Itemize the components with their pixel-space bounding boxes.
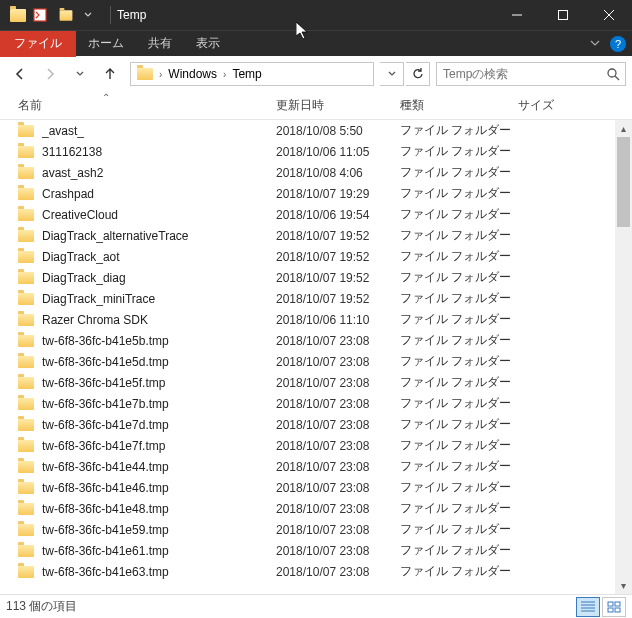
file-name: CreativeCloud (42, 208, 276, 222)
table-row[interactable]: tw-6f8-36fc-b41e7b.tmp 2018/10/07 23:08 … (0, 393, 632, 414)
recent-dropdown-icon[interactable] (66, 60, 94, 88)
file-name: tw-6f8-36fc-b41e63.tmp (42, 565, 276, 579)
back-button[interactable] (6, 60, 34, 88)
table-row[interactable]: tw-6f8-36fc-b41e48.tmp 2018/10/07 23:08 … (0, 498, 632, 519)
folder-icon (18, 146, 34, 158)
table-row[interactable]: tw-6f8-36fc-b41e7f.tmp 2018/10/07 23:08 … (0, 435, 632, 456)
breadcrumb[interactable]: Windows (162, 67, 223, 81)
table-row[interactable]: tw-6f8-36fc-b41e5d.tmp 2018/10/07 23:08 … (0, 351, 632, 372)
file-type: ファイル フォルダー (400, 122, 518, 139)
up-button[interactable] (96, 60, 124, 88)
file-type: ファイル フォルダー (400, 416, 518, 433)
file-name: Crashpad (42, 187, 276, 201)
scrollbar[interactable]: ▴ ▾ (615, 120, 632, 594)
expand-ribbon-icon[interactable] (584, 37, 606, 51)
file-name: tw-6f8-36fc-b41e59.tmp (42, 523, 276, 537)
view-large-icons-button[interactable] (602, 597, 626, 617)
file-name: tw-6f8-36fc-b41e7b.tmp (42, 397, 276, 411)
svg-rect-12 (615, 602, 620, 606)
file-type: ファイル フォルダー (400, 437, 518, 454)
table-row[interactable]: DiagTrack_alternativeTrace 2018/10/07 19… (0, 225, 632, 246)
scroll-thumb[interactable] (617, 137, 630, 227)
status-item-count: 113 個の項目 (6, 598, 77, 615)
file-type: ファイル フォルダー (400, 542, 518, 559)
tab-view[interactable]: 表示 (184, 31, 232, 57)
folder-icon (18, 272, 34, 284)
table-row[interactable]: tw-6f8-36fc-b41e63.tmp 2018/10/07 23:08 … (0, 561, 632, 582)
folder-icon (18, 293, 34, 305)
search-input[interactable] (437, 63, 601, 85)
minimize-button[interactable] (494, 0, 540, 30)
folder-icon (18, 566, 34, 578)
table-row[interactable]: tw-6f8-36fc-b41e59.tmp 2018/10/07 23:08 … (0, 519, 632, 540)
address-dropdown-icon[interactable] (380, 62, 404, 86)
breadcrumb[interactable]: Temp (226, 67, 267, 81)
scroll-down-button[interactable]: ▾ (615, 577, 632, 594)
file-name: DiagTrack_miniTrace (42, 292, 276, 306)
scroll-up-button[interactable]: ▴ (615, 120, 632, 137)
file-name: tw-6f8-36fc-b41e44.tmp (42, 460, 276, 474)
file-type: ファイル フォルダー (400, 500, 518, 517)
table-row[interactable]: tw-6f8-36fc-b41e46.tmp 2018/10/07 23:08 … (0, 477, 632, 498)
tab-file[interactable]: ファイル (0, 31, 76, 57)
file-type: ファイル フォルダー (400, 206, 518, 223)
table-row[interactable]: tw-6f8-36fc-b41e7d.tmp 2018/10/07 23:08 … (0, 414, 632, 435)
column-header-name[interactable]: 名前⌃ (18, 97, 276, 114)
file-date: 2018/10/07 23:08 (276, 523, 400, 537)
file-name: tw-6f8-36fc-b41e7f.tmp (42, 439, 276, 453)
table-row[interactable]: Razer Chroma SDK 2018/10/06 11:10 ファイル フ… (0, 309, 632, 330)
svg-rect-11 (608, 602, 613, 606)
file-date: 2018/10/07 23:08 (276, 502, 400, 516)
file-type: ファイル フォルダー (400, 290, 518, 307)
file-date: 2018/10/07 23:08 (276, 565, 400, 579)
table-row[interactable]: tw-6f8-36fc-b41e5b.tmp 2018/10/07 23:08 … (0, 330, 632, 351)
folder-icon (18, 377, 34, 389)
table-row[interactable]: tw-6f8-36fc-b41e61.tmp 2018/10/07 23:08 … (0, 540, 632, 561)
svg-line-6 (615, 76, 619, 80)
file-date: 2018/10/07 23:08 (276, 334, 400, 348)
search-box[interactable] (436, 62, 626, 86)
close-button[interactable] (586, 0, 632, 30)
qat-properties-icon[interactable] (29, 4, 51, 26)
table-row[interactable]: DiagTrack_miniTrace 2018/10/07 19:52 ファイ… (0, 288, 632, 309)
table-row[interactable]: avast_ash2 2018/10/08 4:06 ファイル フォルダー (0, 162, 632, 183)
table-row[interactable]: DiagTrack_aot 2018/10/07 19:52 ファイル フォルダ… (0, 246, 632, 267)
file-name: tw-6f8-36fc-b41e7d.tmp (42, 418, 276, 432)
table-row[interactable]: DiagTrack_diag 2018/10/07 19:52 ファイル フォル… (0, 267, 632, 288)
table-row[interactable]: _avast_ 2018/10/08 5:50 ファイル フォルダー (0, 120, 632, 141)
qat-dropdown-icon[interactable] (77, 4, 99, 26)
table-row[interactable]: tw-6f8-36fc-b41e5f.tmp 2018/10/07 23:08 … (0, 372, 632, 393)
file-type: ファイル フォルダー (400, 332, 518, 349)
column-header-size[interactable]: サイズ (518, 97, 632, 114)
table-row[interactable]: tw-6f8-36fc-b41e44.tmp 2018/10/07 23:08 … (0, 456, 632, 477)
navigation-bar: › Windows › Temp (0, 56, 632, 92)
table-row[interactable]: Crashpad 2018/10/07 19:29 ファイル フォルダー (0, 183, 632, 204)
file-type: ファイル フォルダー (400, 374, 518, 391)
statusbar: 113 個の項目 (0, 594, 632, 618)
folder-icon (5, 4, 27, 26)
file-type: ファイル フォルダー (400, 185, 518, 202)
file-type: ファイル フォルダー (400, 143, 518, 160)
file-date: 2018/10/06 19:54 (276, 208, 400, 222)
file-date: 2018/10/07 23:08 (276, 355, 400, 369)
file-name: tw-6f8-36fc-b41e46.tmp (42, 481, 276, 495)
column-headers: 名前⌃ 更新日時 種類 サイズ (0, 92, 632, 120)
view-details-button[interactable] (576, 597, 600, 617)
ribbon-tabs: ファイル ホーム 共有 表示 ? (0, 30, 632, 56)
address-bar[interactable]: › Windows › Temp (130, 62, 374, 86)
qat-new-folder-icon[interactable] (53, 4, 75, 26)
svg-point-5 (608, 69, 616, 77)
help-button[interactable]: ? (610, 36, 626, 52)
tab-share[interactable]: 共有 (136, 31, 184, 57)
column-header-date[interactable]: 更新日時 (276, 97, 400, 114)
table-row[interactable]: CreativeCloud 2018/10/06 19:54 ファイル フォルダ… (0, 204, 632, 225)
svg-rect-14 (615, 608, 620, 612)
table-row[interactable]: 311162138 2018/10/06 11:05 ファイル フォルダー (0, 141, 632, 162)
file-name: tw-6f8-36fc-b41e5d.tmp (42, 355, 276, 369)
column-header-type[interactable]: 種類 (400, 97, 518, 114)
refresh-button[interactable] (406, 62, 430, 86)
maximize-button[interactable] (540, 0, 586, 30)
tab-home[interactable]: ホーム (76, 31, 136, 57)
forward-button[interactable] (36, 60, 64, 88)
search-icon[interactable] (601, 67, 625, 81)
